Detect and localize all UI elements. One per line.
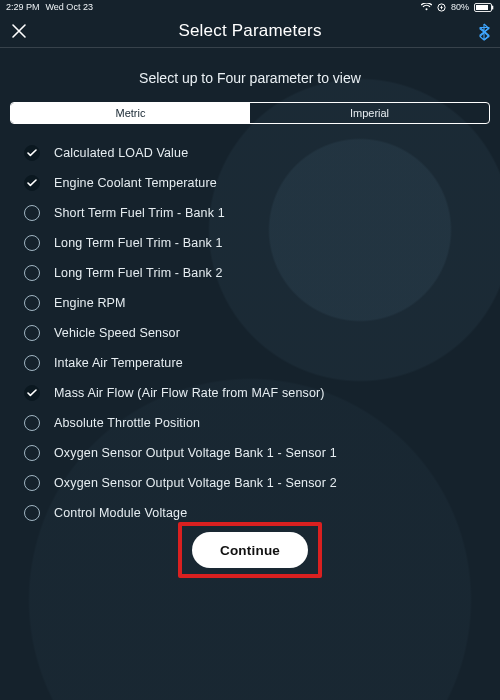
radio-checked-icon[interactable] xyxy=(24,385,40,401)
unit-metric-button[interactable]: Metric xyxy=(11,103,250,123)
close-icon xyxy=(10,22,28,40)
parameter-row[interactable]: Oxygen Sensor Output Voltage Bank 1 - Se… xyxy=(24,438,500,468)
status-right: 80% xyxy=(421,2,494,12)
parameter-row[interactable]: Mass Air Flow (Air Flow Rate from MAF se… xyxy=(24,378,500,408)
parameter-label: Engine Coolant Temperature xyxy=(54,176,217,190)
parameter-row[interactable]: Short Term Fuel Trim - Bank 1 xyxy=(24,198,500,228)
parameter-row[interactable]: Intake Air Temperature xyxy=(24,348,500,378)
parameter-row[interactable]: Engine RPM xyxy=(24,288,500,318)
status-date: Wed Oct 23 xyxy=(46,2,93,12)
radio-checked-icon[interactable] xyxy=(24,145,40,161)
parameter-label: Control Module Voltage xyxy=(54,506,187,520)
highlight-box: Continue xyxy=(178,522,322,578)
parameter-label: Absolute Throttle Position xyxy=(54,416,200,430)
parameter-label: Oxygen Sensor Output Voltage Bank 1 - Se… xyxy=(54,446,337,460)
parameter-row[interactable]: Calculated LOAD Value xyxy=(24,138,500,168)
radio-unchecked-icon[interactable] xyxy=(24,505,40,521)
radio-unchecked-icon[interactable] xyxy=(24,205,40,221)
battery-icon xyxy=(474,3,494,12)
parameter-label: Vehicle Speed Sensor xyxy=(54,326,180,340)
parameter-label: Intake Air Temperature xyxy=(54,356,183,370)
svg-rect-3 xyxy=(492,5,493,9)
page-title: Select Parameters xyxy=(178,21,321,41)
bluetooth-icon[interactable] xyxy=(478,23,490,45)
header: Select Parameters xyxy=(0,14,500,48)
cta-area: Continue xyxy=(0,522,500,578)
parameter-label: Short Term Fuel Trim - Bank 1 xyxy=(54,206,225,220)
parameter-row[interactable]: Engine Coolant Temperature xyxy=(24,168,500,198)
unit-segmented-control: Metric Imperial xyxy=(0,102,500,124)
svg-rect-2 xyxy=(476,5,488,10)
radio-unchecked-icon[interactable] xyxy=(24,355,40,371)
radio-unchecked-icon[interactable] xyxy=(24,415,40,431)
continue-button[interactable]: Continue xyxy=(192,532,308,568)
parameter-row[interactable]: Oxygen Sensor Output Voltage Bank 1 - Se… xyxy=(24,468,500,498)
battery-percent: 80% xyxy=(451,2,469,12)
radio-unchecked-icon[interactable] xyxy=(24,325,40,341)
radio-checked-icon[interactable] xyxy=(24,175,40,191)
status-time: 2:29 PM xyxy=(6,2,40,12)
parameter-row[interactable]: Vehicle Speed Sensor xyxy=(24,318,500,348)
close-button[interactable] xyxy=(10,22,28,40)
subtitle: Select up to Four parameter to view xyxy=(0,70,500,86)
parameter-label: Mass Air Flow (Air Flow Rate from MAF se… xyxy=(54,386,325,400)
parameter-row[interactable]: Long Term Fuel Trim - Bank 1 xyxy=(24,228,500,258)
status-bar: 2:29 PM Wed Oct 23 80% xyxy=(0,0,500,14)
parameter-label: Long Term Fuel Trim - Bank 1 xyxy=(54,236,223,250)
wifi-icon xyxy=(421,3,432,11)
parameter-label: Engine RPM xyxy=(54,296,126,310)
radio-unchecked-icon[interactable] xyxy=(24,265,40,281)
parameter-label: Oxygen Sensor Output Voltage Bank 1 - Se… xyxy=(54,476,337,490)
radio-unchecked-icon[interactable] xyxy=(24,475,40,491)
status-left: 2:29 PM Wed Oct 23 xyxy=(6,2,93,12)
radio-unchecked-icon[interactable] xyxy=(24,235,40,251)
parameter-row[interactable]: Long Term Fuel Trim - Bank 2 xyxy=(24,258,500,288)
unit-imperial-button[interactable]: Imperial xyxy=(250,103,489,123)
rotation-lock-icon xyxy=(437,3,446,12)
radio-unchecked-icon[interactable] xyxy=(24,445,40,461)
parameter-list: Calculated LOAD ValueEngine Coolant Temp… xyxy=(0,138,500,528)
parameter-label: Calculated LOAD Value xyxy=(54,146,188,160)
parameter-row[interactable]: Absolute Throttle Position xyxy=(24,408,500,438)
radio-unchecked-icon[interactable] xyxy=(24,295,40,311)
parameter-label: Long Term Fuel Trim - Bank 2 xyxy=(54,266,223,280)
